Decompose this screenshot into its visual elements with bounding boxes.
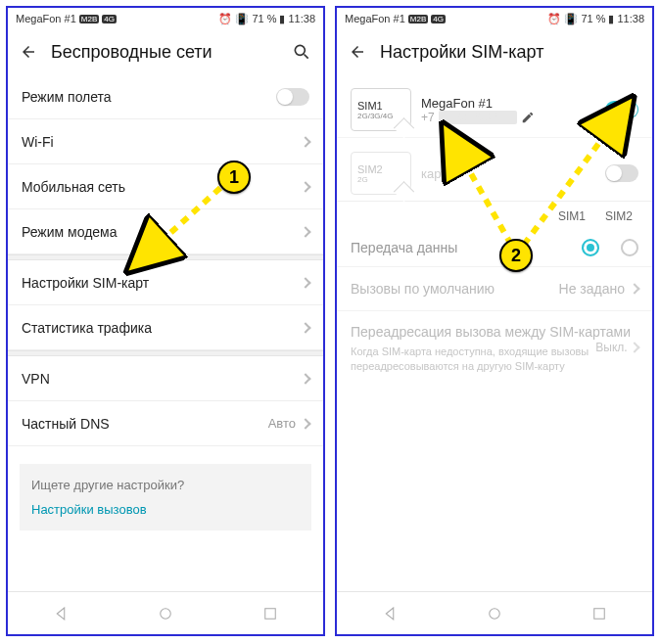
sim2-block[interactable]: SIM2 2G карты: [337, 138, 652, 202]
row-label: VPN: [22, 371, 302, 387]
row-label: Режим модема: [22, 224, 302, 240]
vibrate-icon: 📳: [235, 13, 249, 25]
sim2-card-icon: SIM2 2G: [351, 152, 411, 195]
row-label: Wi-Fi: [22, 134, 302, 150]
alarm-icon: ⏰: [547, 13, 561, 25]
sim1-toggle[interactable]: [605, 101, 638, 118]
nav-bar: [337, 591, 652, 634]
battery-icon: ▮: [279, 13, 285, 25]
svg-point-4: [490, 608, 500, 619]
svg-rect-5: [594, 608, 605, 619]
svg-point-2: [161, 608, 171, 619]
nav-back-icon[interactable]: [381, 605, 399, 622]
row-traffic-stats[interactable]: Статистика трафика: [8, 305, 323, 350]
badge-2: 4G: [431, 15, 446, 23]
sim2-toggle[interactable]: [605, 164, 638, 182]
row-label: Статистика трафика: [22, 320, 302, 336]
row-wifi[interactable]: Wi-Fi: [8, 119, 323, 164]
data-sim1-radio[interactable]: [582, 239, 599, 256]
col-sim1-label: SIM1: [558, 209, 586, 223]
row-call-forwarding[interactable]: Переадресация вызова между SIM-картами К…: [337, 311, 652, 386]
sim1-phone-prefix: +7: [421, 111, 435, 124]
status-bar: MegaFon #1 M2B 4G ⏰ 📳 71 % ▮ 11:38: [337, 8, 652, 29]
sim1-card-icon: SIM1 2G/3G/4G: [351, 88, 411, 131]
row-sim-settings[interactable]: Настройки SIM-карт: [8, 260, 323, 305]
svg-point-0: [295, 45, 305, 55]
nav-home-icon[interactable]: [486, 605, 503, 622]
hint-link-call-settings[interactable]: Настройки вызовов: [31, 502, 300, 517]
row-label: Настройки SIM-карт: [22, 275, 302, 291]
nav-recent-icon[interactable]: [590, 605, 608, 622]
badge-1: M2B: [79, 15, 99, 23]
page-title: Настройки SIM-карт: [380, 42, 640, 63]
row-value: Не задано: [559, 281, 625, 297]
search-icon[interactable]: [292, 42, 311, 62]
row-label: Частный DNS: [22, 416, 268, 432]
row-label: Режим полета: [22, 89, 276, 105]
sim-columns-header: SIM1 SIM2: [337, 202, 652, 229]
hint-box: Ищете другие настройки? Настройки вызово…: [20, 464, 311, 530]
page-title: Беспроводные сети: [51, 42, 278, 63]
sim1-name: MegaFon #1: [421, 96, 595, 111]
chevron-right-icon: [300, 136, 310, 147]
row-tethering[interactable]: Режим модема: [8, 209, 323, 254]
chevron-right-icon: [300, 277, 310, 288]
back-icon[interactable]: [349, 43, 366, 61]
row-default-calls[interactable]: Вызовы по умолчанию Не задано: [337, 267, 652, 311]
vibrate-icon: 📳: [564, 13, 578, 25]
row-vpn[interactable]: VPN: [8, 356, 323, 401]
badge-1: M2B: [408, 15, 428, 23]
sim2-name-hint: карты: [421, 166, 595, 181]
sim1-block[interactable]: SIM1 2G/3G/4G MegaFon #1 +7 000000: [337, 74, 652, 138]
header: Настройки SIM-карт: [337, 29, 652, 74]
sim-bands-label: 2G/3G/4G: [357, 112, 404, 120]
sim-slot-label: SIM1: [357, 100, 404, 112]
screenshot-right: MegaFon #1 M2B 4G ⏰ 📳 71 % ▮ 11:38 Настр…: [335, 6, 654, 636]
row-default-data[interactable]: Передача данны: [337, 229, 652, 267]
clock-time: 11:38: [617, 13, 644, 24]
data-sim2-radio[interactable]: [621, 239, 638, 256]
clock-time: 11:38: [288, 13, 315, 24]
battery-icon: ▮: [608, 13, 614, 25]
row-private-dns[interactable]: Частный DNS Авто: [8, 401, 323, 446]
row-label: Мобильная сеть: [22, 179, 302, 195]
nav-recent-icon[interactable]: [261, 605, 279, 622]
battery-text: 71 %: [581, 13, 605, 24]
row-value: Авто: [268, 416, 296, 431]
edit-icon[interactable]: [521, 111, 535, 124]
badge-2: 4G: [102, 15, 117, 23]
header: Беспроводные сети: [8, 29, 323, 74]
chevron-right-icon: [300, 226, 310, 237]
nav-home-icon[interactable]: [157, 605, 174, 622]
chevron-right-icon: [300, 373, 310, 384]
nav-bar: [8, 591, 323, 634]
airplane-toggle[interactable]: [276, 88, 309, 106]
chevron-right-icon: [629, 283, 639, 294]
alarm-icon: ⏰: [218, 13, 232, 25]
back-icon[interactable]: [20, 43, 37, 61]
col-sim2-label: SIM2: [605, 209, 633, 223]
hint-question: Ищете другие настройки?: [31, 478, 300, 492]
sim1-phone-blurred: 000000: [439, 111, 517, 124]
sim-bands-label: 2G: [357, 175, 404, 184]
row-label: Вызовы по умолчанию: [351, 281, 495, 297]
row-label: Передача данны: [351, 240, 560, 255]
svg-line-1: [305, 55, 308, 59]
carrier-name: MegaFon #1: [345, 13, 405, 24]
svg-rect-3: [265, 608, 276, 619]
row-mobile-network[interactable]: Мобильная сеть: [8, 164, 323, 209]
chevron-right-icon: [300, 418, 310, 429]
status-bar: MegaFon #1 M2B 4G ⏰ 📳 71 % ▮ 11:38: [8, 8, 323, 29]
row-title: Переадресация вызова между SIM-картами: [351, 323, 638, 341]
chevron-right-icon: [300, 181, 310, 192]
chevron-right-icon: [300, 322, 310, 333]
sim-slot-label: SIM2: [357, 163, 404, 175]
battery-text: 71 %: [252, 13, 276, 24]
chevron-right-icon: [629, 342, 639, 352]
carrier-name: MegaFon #1: [16, 13, 76, 24]
nav-back-icon[interactable]: [52, 605, 70, 622]
row-value: Выкл.: [595, 341, 627, 354]
screenshot-left: MegaFon #1 M2B 4G ⏰ 📳 71 % ▮ 11:38 Беспр…: [6, 6, 325, 636]
row-airplane[interactable]: Режим полета: [8, 74, 323, 119]
